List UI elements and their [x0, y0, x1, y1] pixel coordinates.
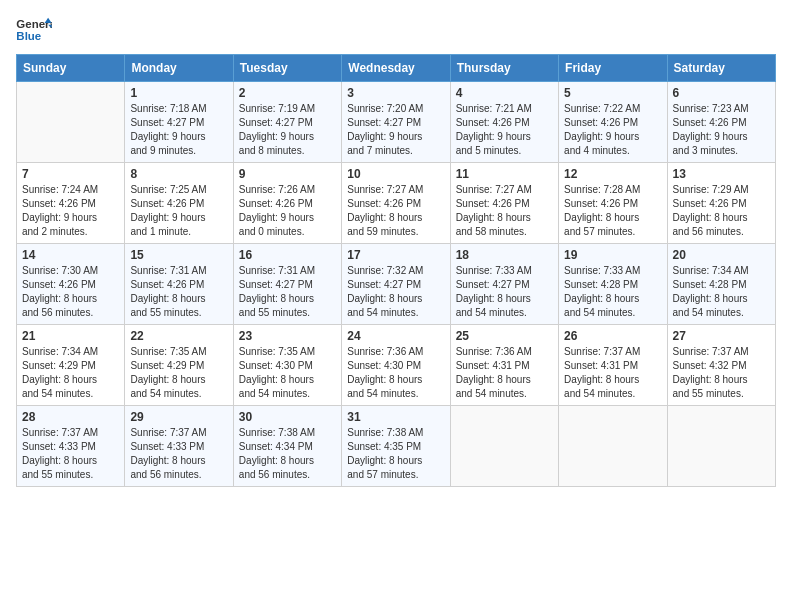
day-number: 19	[564, 248, 661, 262]
day-number: 6	[673, 86, 770, 100]
day-info: Sunrise: 7:25 AMSunset: 4:26 PMDaylight:…	[130, 183, 227, 239]
day-info: Sunrise: 7:23 AMSunset: 4:26 PMDaylight:…	[673, 102, 770, 158]
day-number: 18	[456, 248, 553, 262]
calendar-cell: 16Sunrise: 7:31 AMSunset: 4:27 PMDayligh…	[233, 244, 341, 325]
day-number: 2	[239, 86, 336, 100]
day-info: Sunrise: 7:35 AMSunset: 4:29 PMDaylight:…	[130, 345, 227, 401]
calendar-cell: 28Sunrise: 7:37 AMSunset: 4:33 PMDayligh…	[17, 406, 125, 487]
header-friday: Friday	[559, 55, 667, 82]
day-number: 4	[456, 86, 553, 100]
svg-text:Blue: Blue	[16, 30, 41, 42]
calendar-cell: 12Sunrise: 7:28 AMSunset: 4:26 PMDayligh…	[559, 163, 667, 244]
day-number: 30	[239, 410, 336, 424]
header-tuesday: Tuesday	[233, 55, 341, 82]
day-info: Sunrise: 7:34 AMSunset: 4:29 PMDaylight:…	[22, 345, 119, 401]
day-info: Sunrise: 7:33 AMSunset: 4:28 PMDaylight:…	[564, 264, 661, 320]
day-info: Sunrise: 7:28 AMSunset: 4:26 PMDaylight:…	[564, 183, 661, 239]
page-header: General Blue	[16, 16, 776, 46]
day-number: 11	[456, 167, 553, 181]
day-info: Sunrise: 7:37 AMSunset: 4:33 PMDaylight:…	[130, 426, 227, 482]
calendar-cell: 17Sunrise: 7:32 AMSunset: 4:27 PMDayligh…	[342, 244, 450, 325]
calendar-cell: 18Sunrise: 7:33 AMSunset: 4:27 PMDayligh…	[450, 244, 558, 325]
day-number: 22	[130, 329, 227, 343]
calendar-cell: 5Sunrise: 7:22 AMSunset: 4:26 PMDaylight…	[559, 82, 667, 163]
day-number: 17	[347, 248, 444, 262]
header-thursday: Thursday	[450, 55, 558, 82]
calendar-cell: 23Sunrise: 7:35 AMSunset: 4:30 PMDayligh…	[233, 325, 341, 406]
day-info: Sunrise: 7:26 AMSunset: 4:26 PMDaylight:…	[239, 183, 336, 239]
calendar-cell: 2Sunrise: 7:19 AMSunset: 4:27 PMDaylight…	[233, 82, 341, 163]
logo-icon: General Blue	[16, 16, 52, 46]
calendar-cell: 6Sunrise: 7:23 AMSunset: 4:26 PMDaylight…	[667, 82, 775, 163]
day-info: Sunrise: 7:21 AMSunset: 4:26 PMDaylight:…	[456, 102, 553, 158]
header-wednesday: Wednesday	[342, 55, 450, 82]
day-info: Sunrise: 7:31 AMSunset: 4:27 PMDaylight:…	[239, 264, 336, 320]
day-info: Sunrise: 7:36 AMSunset: 4:31 PMDaylight:…	[456, 345, 553, 401]
day-number: 20	[673, 248, 770, 262]
day-info: Sunrise: 7:27 AMSunset: 4:26 PMDaylight:…	[456, 183, 553, 239]
calendar-header-row: SundayMondayTuesdayWednesdayThursdayFrid…	[17, 55, 776, 82]
day-info: Sunrise: 7:22 AMSunset: 4:26 PMDaylight:…	[564, 102, 661, 158]
day-info: Sunrise: 7:24 AMSunset: 4:26 PMDaylight:…	[22, 183, 119, 239]
logo: General Blue	[16, 16, 52, 46]
day-number: 27	[673, 329, 770, 343]
calendar-cell: 22Sunrise: 7:35 AMSunset: 4:29 PMDayligh…	[125, 325, 233, 406]
calendar-cell: 11Sunrise: 7:27 AMSunset: 4:26 PMDayligh…	[450, 163, 558, 244]
day-number: 23	[239, 329, 336, 343]
day-number: 8	[130, 167, 227, 181]
day-info: Sunrise: 7:37 AMSunset: 4:31 PMDaylight:…	[564, 345, 661, 401]
calendar-cell: 19Sunrise: 7:33 AMSunset: 4:28 PMDayligh…	[559, 244, 667, 325]
calendar-cell	[17, 82, 125, 163]
calendar-cell: 25Sunrise: 7:36 AMSunset: 4:31 PMDayligh…	[450, 325, 558, 406]
week-row-2: 7Sunrise: 7:24 AMSunset: 4:26 PMDaylight…	[17, 163, 776, 244]
day-number: 5	[564, 86, 661, 100]
day-info: Sunrise: 7:27 AMSunset: 4:26 PMDaylight:…	[347, 183, 444, 239]
day-number: 9	[239, 167, 336, 181]
calendar-cell: 29Sunrise: 7:37 AMSunset: 4:33 PMDayligh…	[125, 406, 233, 487]
day-info: Sunrise: 7:36 AMSunset: 4:30 PMDaylight:…	[347, 345, 444, 401]
day-info: Sunrise: 7:35 AMSunset: 4:30 PMDaylight:…	[239, 345, 336, 401]
day-info: Sunrise: 7:31 AMSunset: 4:26 PMDaylight:…	[130, 264, 227, 320]
calendar-cell: 30Sunrise: 7:38 AMSunset: 4:34 PMDayligh…	[233, 406, 341, 487]
calendar-cell	[667, 406, 775, 487]
day-number: 10	[347, 167, 444, 181]
day-info: Sunrise: 7:38 AMSunset: 4:34 PMDaylight:…	[239, 426, 336, 482]
calendar-cell	[450, 406, 558, 487]
day-number: 13	[673, 167, 770, 181]
day-info: Sunrise: 7:34 AMSunset: 4:28 PMDaylight:…	[673, 264, 770, 320]
day-info: Sunrise: 7:38 AMSunset: 4:35 PMDaylight:…	[347, 426, 444, 482]
calendar-table: SundayMondayTuesdayWednesdayThursdayFrid…	[16, 54, 776, 487]
day-info: Sunrise: 7:20 AMSunset: 4:27 PMDaylight:…	[347, 102, 444, 158]
calendar-cell: 31Sunrise: 7:38 AMSunset: 4:35 PMDayligh…	[342, 406, 450, 487]
day-number: 16	[239, 248, 336, 262]
day-number: 15	[130, 248, 227, 262]
week-row-1: 1Sunrise: 7:18 AMSunset: 4:27 PMDaylight…	[17, 82, 776, 163]
week-row-5: 28Sunrise: 7:37 AMSunset: 4:33 PMDayligh…	[17, 406, 776, 487]
day-number: 29	[130, 410, 227, 424]
calendar-cell: 20Sunrise: 7:34 AMSunset: 4:28 PMDayligh…	[667, 244, 775, 325]
day-number: 7	[22, 167, 119, 181]
calendar-cell: 4Sunrise: 7:21 AMSunset: 4:26 PMDaylight…	[450, 82, 558, 163]
calendar-cell: 8Sunrise: 7:25 AMSunset: 4:26 PMDaylight…	[125, 163, 233, 244]
header-monday: Monday	[125, 55, 233, 82]
calendar-cell: 14Sunrise: 7:30 AMSunset: 4:26 PMDayligh…	[17, 244, 125, 325]
day-info: Sunrise: 7:37 AMSunset: 4:32 PMDaylight:…	[673, 345, 770, 401]
week-row-4: 21Sunrise: 7:34 AMSunset: 4:29 PMDayligh…	[17, 325, 776, 406]
calendar-cell: 27Sunrise: 7:37 AMSunset: 4:32 PMDayligh…	[667, 325, 775, 406]
day-number: 21	[22, 329, 119, 343]
day-info: Sunrise: 7:37 AMSunset: 4:33 PMDaylight:…	[22, 426, 119, 482]
calendar-cell: 3Sunrise: 7:20 AMSunset: 4:27 PMDaylight…	[342, 82, 450, 163]
day-number: 31	[347, 410, 444, 424]
calendar-cell: 21Sunrise: 7:34 AMSunset: 4:29 PMDayligh…	[17, 325, 125, 406]
calendar-cell: 9Sunrise: 7:26 AMSunset: 4:26 PMDaylight…	[233, 163, 341, 244]
calendar-cell: 24Sunrise: 7:36 AMSunset: 4:30 PMDayligh…	[342, 325, 450, 406]
day-info: Sunrise: 7:32 AMSunset: 4:27 PMDaylight:…	[347, 264, 444, 320]
calendar-cell: 15Sunrise: 7:31 AMSunset: 4:26 PMDayligh…	[125, 244, 233, 325]
day-info: Sunrise: 7:19 AMSunset: 4:27 PMDaylight:…	[239, 102, 336, 158]
day-info: Sunrise: 7:33 AMSunset: 4:27 PMDaylight:…	[456, 264, 553, 320]
calendar-cell	[559, 406, 667, 487]
day-number: 25	[456, 329, 553, 343]
header-saturday: Saturday	[667, 55, 775, 82]
day-info: Sunrise: 7:30 AMSunset: 4:26 PMDaylight:…	[22, 264, 119, 320]
week-row-3: 14Sunrise: 7:30 AMSunset: 4:26 PMDayligh…	[17, 244, 776, 325]
